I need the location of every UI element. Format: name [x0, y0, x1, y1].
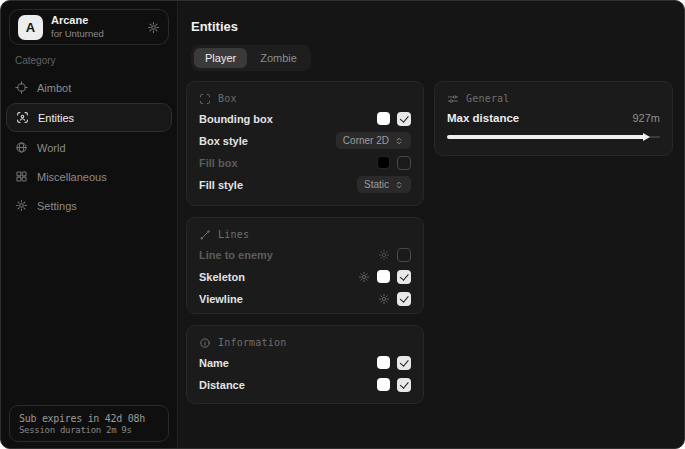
tab-zombie[interactable]: Zombie — [249, 48, 308, 68]
page-title: Entities — [191, 19, 238, 34]
color-swatch[interactable] — [377, 156, 390, 169]
setting-row-skeleton: Skeleton — [199, 266, 411, 287]
gear-icon[interactable] — [378, 249, 390, 261]
gear-icon[interactable] — [358, 271, 370, 283]
sidebar-item-label: Aimbot — [37, 82, 71, 94]
dropdown-value: Corner 2D — [343, 135, 389, 146]
sidebar-item-entities[interactable]: Entities — [6, 103, 172, 132]
general-panel-header: General — [447, 90, 660, 107]
bounding-box-checkbox[interactable] — [397, 112, 411, 126]
box-style-dropdown[interactable]: Corner 2D — [336, 132, 411, 149]
brand-text: Arcane for Unturned — [51, 14, 104, 40]
scan-icon — [199, 93, 211, 105]
slider-thumb[interactable] — [643, 133, 650, 141]
subscription-info: Sub expires in 42d 08h Session duration … — [9, 405, 169, 442]
sidebar-item-label: Settings — [37, 200, 77, 212]
brand-logo: A — [18, 15, 43, 40]
information-panel-header: Information — [199, 334, 411, 351]
fill-style-dropdown[interactable]: Static — [357, 176, 411, 193]
scan-face-icon — [16, 111, 29, 124]
max-distance-label: Max distance — [447, 112, 519, 124]
sidebar-item-aimbot[interactable]: Aimbot — [1, 73, 177, 102]
sidebar-item-label: Miscellaneous — [37, 171, 107, 183]
sidebar: A Arcane for Unturned Category — [1, 1, 178, 448]
distance-checkbox[interactable] — [397, 378, 411, 392]
sidebar-item-world[interactable]: World — [1, 133, 177, 162]
crosshair-icon — [15, 81, 28, 94]
session-duration-text: Session duration 2m 9s — [19, 425, 159, 435]
box-panel-header: Box — [199, 90, 411, 107]
lines-panel-title: Lines — [218, 229, 249, 240]
information-panel: Information Name Distance — [186, 325, 424, 404]
line-icon — [199, 229, 211, 241]
skeleton-checkbox[interactable] — [397, 270, 411, 284]
tab-player[interactable]: Player — [194, 48, 247, 68]
box-panel: Box Bounding box Box style Corner 2D — [186, 81, 424, 206]
sliders-icon — [447, 93, 459, 105]
gear-icon[interactable] — [147, 21, 160, 34]
lines-panel: Lines Line to enemy Skeleton — [186, 217, 424, 314]
setting-row-box-style: Box style Corner 2D — [199, 130, 411, 151]
setting-row-name: Name — [199, 352, 411, 373]
max-distance-slider[interactable] — [447, 132, 660, 141]
sidebar-item-label: World — [37, 142, 66, 154]
setting-row-bounding-box: Bounding box — [199, 108, 411, 129]
line-to-enemy-checkbox[interactable] — [397, 248, 411, 262]
setting-row-viewline: Viewline — [199, 288, 411, 309]
grid-icon — [15, 170, 28, 183]
max-distance-row: Max distance 927m — [447, 112, 660, 124]
setting-row-distance: Distance — [199, 374, 411, 395]
globe-icon — [15, 141, 28, 154]
sidebar-item-miscellaneous[interactable]: Miscellaneous — [1, 162, 177, 191]
max-distance-value: 927m — [632, 112, 660, 124]
box-panel-title: Box — [218, 93, 237, 104]
brand-card[interactable]: A Arcane for Unturned — [9, 9, 169, 45]
slider-fill — [447, 135, 645, 139]
setting-row-fill-box: Fill box — [199, 152, 411, 173]
viewline-checkbox[interactable] — [397, 292, 411, 306]
brand-name: Arcane — [51, 14, 104, 28]
gear-icon[interactable] — [378, 293, 390, 305]
app-window: A Arcane for Unturned Category — [0, 0, 685, 449]
sidebar-nav: Category Aimbot Entities — [1, 53, 177, 220]
info-icon — [199, 337, 211, 349]
gear-icon — [15, 199, 28, 212]
sub-expiry-text: Sub expires in 42d 08h — [19, 413, 159, 424]
color-swatch[interactable] — [377, 112, 390, 125]
chevrons-updown-icon — [394, 180, 404, 190]
information-panel-title: Information — [218, 337, 286, 348]
dropdown-value: Static — [364, 179, 389, 190]
entity-tabs: Player Zombie — [191, 45, 311, 71]
setting-row-line-to-enemy: Line to enemy — [199, 244, 411, 265]
brand-subtitle: for Unturned — [51, 28, 104, 40]
sidebar-item-label: Entities — [38, 112, 74, 124]
color-swatch[interactable] — [377, 270, 390, 283]
color-swatch[interactable] — [377, 356, 390, 369]
general-panel-title: General — [466, 93, 510, 104]
chevrons-updown-icon — [394, 136, 404, 146]
general-panel: General Max distance 927m — [434, 81, 673, 156]
category-label: Category — [1, 53, 177, 73]
setting-row-fill-style: Fill style Static — [199, 174, 411, 195]
color-swatch[interactable] — [377, 378, 390, 391]
name-checkbox[interactable] — [397, 356, 411, 370]
lines-panel-header: Lines — [199, 226, 411, 243]
sidebar-item-settings[interactable]: Settings — [1, 191, 177, 220]
fill-box-checkbox[interactable] — [397, 156, 411, 170]
